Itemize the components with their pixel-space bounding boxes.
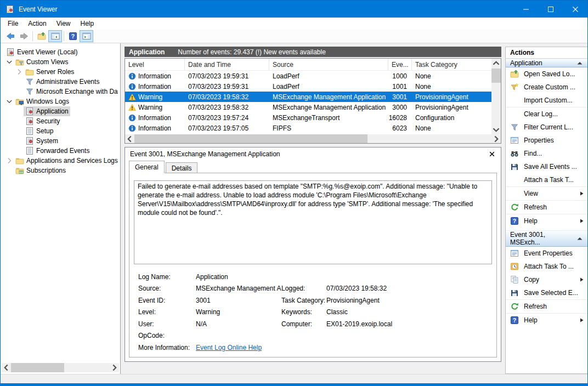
- menu-action[interactable]: Action: [23, 18, 51, 29]
- field-value: 3001: [196, 297, 281, 304]
- field-row-log-name: Log Name:Application: [138, 271, 492, 283]
- preview-close-icon[interactable]: [488, 150, 496, 158]
- action-refresh[interactable]: Refresh: [506, 201, 587, 214]
- show-console-tree-button[interactable]: [48, 30, 62, 42]
- svg-text:?: ?: [513, 218, 516, 224]
- maximize-button[interactable]: [538, 1, 563, 18]
- tree-scroll-thumb[interactable]: [11, 363, 64, 372]
- tree-item-microsoft-exchange-with-da[interactable]: Microsoft Exchange with Da: [1, 87, 120, 96]
- scroll-up-icon[interactable]: [491, 59, 501, 68]
- column-header-level[interactable]: Level: [125, 59, 185, 70]
- field-label: Logged:: [281, 285, 326, 292]
- submenu-arrow-icon: [579, 191, 584, 196]
- minimize-button[interactable]: [513, 1, 538, 18]
- tree-item-event-viewer-local[interactable]: Event Viewer (Local): [1, 47, 120, 57]
- action-event-properties[interactable]: Event Properties: [506, 247, 587, 260]
- scroll-right-icon[interactable]: [110, 363, 119, 372]
- field-label: More Information:: [138, 344, 196, 351]
- show-action-pane-button[interactable]: [80, 30, 93, 42]
- event-row[interactable]: Information07/03/2023 19:57:24MSExchange…: [125, 112, 491, 123]
- section-header-event-3001-msexch[interactable]: Event 3001, MSExch...: [506, 230, 587, 247]
- tab-general[interactable]: General: [129, 161, 165, 173]
- action-import-custom[interactable]: Import Custom...: [506, 94, 587, 107]
- event-viewer-app-icon: [5, 5, 14, 14]
- action-clear-log[interactable]: Clear Log...: [506, 107, 587, 121]
- action-properties[interactable]: Properties: [506, 134, 587, 147]
- column-header-source[interactable]: Source: [269, 59, 388, 70]
- table-vertical-scrollbar[interactable]: [491, 59, 501, 134]
- actions-section-event-3001-msexch: Event 3001, MSExch...Event PropertiesAtt…: [506, 230, 587, 327]
- action-attach-task-to[interactable]: Attach Task To ...: [506, 260, 587, 273]
- column-header-eve[interactable]: Eve...: [388, 59, 412, 70]
- tree-item-server-roles[interactable]: Server Roles: [1, 67, 120, 77]
- action-save-all-events[interactable]: Save All Events ...: [506, 160, 587, 173]
- table-horizontal-scrollbar[interactable]: [125, 134, 501, 143]
- refresh-icon: [510, 302, 519, 311]
- collapsed-chevron-icon[interactable]: [5, 156, 14, 165]
- tree-item-forwarded-events[interactable]: Forwarded Events: [1, 146, 120, 156]
- menu-file[interactable]: File: [3, 18, 23, 29]
- field-value: EX01-2019.exoip.local: [326, 320, 492, 328]
- event-row[interactable]: Information07/03/2023 19:57:05FIPFS6023N…: [125, 123, 491, 133]
- tree-item-administrative-events[interactable]: Administrative Events: [1, 77, 120, 87]
- actions-sections: ApplicationOpen Saved Lo...Create Custom…: [506, 59, 587, 327]
- action-help[interactable]: ?Help: [506, 314, 587, 327]
- action-filter-current-l[interactable]: Filter Current L...: [506, 121, 587, 134]
- tree-item-windows-logs[interactable]: Windows Logs: [1, 96, 120, 106]
- field-value: ProvisioningAgent: [326, 297, 492, 304]
- action-view[interactable]: View: [506, 187, 587, 200]
- expanded-chevron-icon[interactable]: [5, 97, 14, 106]
- windows-logs-folder-icon: [15, 97, 24, 106]
- action-create-custom[interactable]: Create Custom ...: [506, 81, 587, 94]
- general-tab-page: Failed to generate e-mail addresses base…: [129, 173, 497, 357]
- tree-item-security[interactable]: Security: [1, 116, 120, 126]
- event-row[interactable]: Information07/03/2023 19:59:31LoadPerf10…: [125, 71, 491, 81]
- table-vscroll-thumb[interactable]: [491, 69, 501, 83]
- window-bottom-border: [1, 383, 587, 385]
- scroll-down-icon[interactable]: [491, 125, 501, 134]
- action-copy[interactable]: Copy: [506, 273, 587, 286]
- event-row[interactable]: Information07/03/2023 19:59:31LoadPerf10…: [125, 81, 491, 92]
- help-button[interactable]: ?: [66, 30, 80, 42]
- event-log-icon: [25, 107, 34, 116]
- field-value: MSExchange Management A: [196, 285, 281, 292]
- column-header-task-category[interactable]: Task Category: [412, 59, 492, 70]
- scroll-left-icon[interactable]: [125, 134, 134, 144]
- expanded-chevron-icon[interactable]: [5, 58, 14, 66]
- action-save-selected-e[interactable]: Save Selected E...: [506, 286, 587, 299]
- table-body: Information07/03/2023 19:59:31LoadPerf10…: [125, 71, 501, 133]
- action-open-saved-lo[interactable]: Open Saved Lo...: [506, 67, 587, 81]
- chevron-up-icon[interactable]: [576, 235, 583, 242]
- action-refresh[interactable]: Refresh: [506, 300, 587, 313]
- event-description[interactable]: Failed to generate e-mail addresses base…: [134, 180, 492, 264]
- forward-button[interactable]: [17, 30, 31, 42]
- tree-item-application[interactable]: Application: [1, 106, 120, 116]
- event-log-plain-icon: [25, 146, 34, 155]
- action-find[interactable]: Find...: [506, 147, 587, 160]
- event-row[interactable]: Warning07/03/2023 19:58:32MSExchange Man…: [125, 92, 491, 102]
- scroll-left-icon[interactable]: [2, 363, 11, 372]
- tree-item-subscriptions[interactable]: Subscriptions: [1, 166, 120, 175]
- menu-help[interactable]: Help: [76, 18, 99, 29]
- tree-horizontal-scrollbar[interactable]: [2, 363, 119, 372]
- action-help[interactable]: ?Help: [506, 214, 587, 228]
- event-row[interactable]: Warning07/03/2023 19:58:32MSExchange Man…: [125, 102, 491, 112]
- tree-item-applications-and-services-logs[interactable]: Applications and Services Logs: [1, 156, 120, 166]
- action-attach-a-task-t[interactable]: Attach a Task T...: [506, 173, 587, 186]
- scroll-right-icon[interactable]: [491, 134, 501, 144]
- table-hscroll-thumb[interactable]: [134, 134, 368, 144]
- tree-item-setup[interactable]: Setup: [1, 126, 120, 136]
- chevron-up-icon[interactable]: [576, 60, 583, 66]
- event-log-online-help-link[interactable]: Event Log Online Help: [196, 344, 492, 351]
- close-button[interactable]: [563, 1, 587, 18]
- open-saved-log-button[interactable]: [35, 30, 48, 42]
- tab-details[interactable]: Details: [166, 162, 198, 173]
- column-header-date-and-time[interactable]: Date and Time: [185, 59, 269, 70]
- field-label: Task Category:: [281, 297, 326, 304]
- section-header-application[interactable]: Application: [506, 59, 587, 67]
- tree-item-system[interactable]: System: [1, 136, 120, 146]
- menu-view[interactable]: View: [52, 18, 76, 29]
- tree-item-custom-views[interactable]: Custom Views: [1, 57, 120, 67]
- collapsed-chevron-icon[interactable]: [15, 67, 24, 76]
- back-button[interactable]: [3, 30, 17, 42]
